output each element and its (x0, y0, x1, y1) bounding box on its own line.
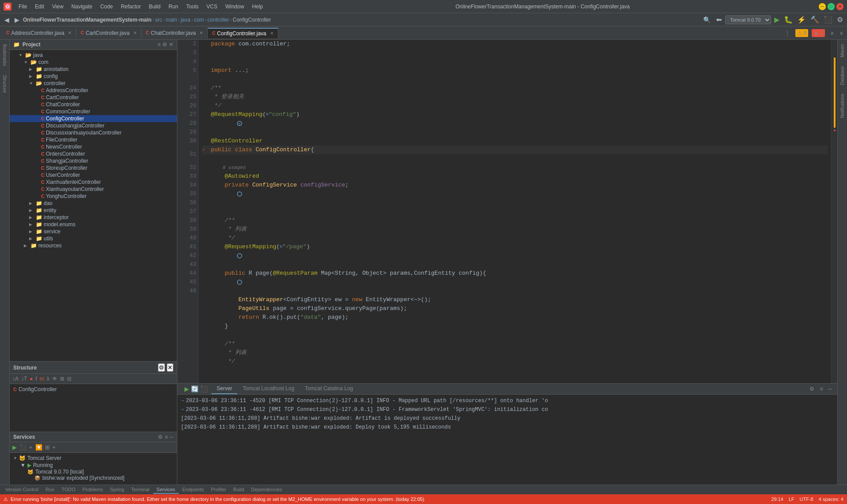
tree-shangja-controller[interactable]: C ShangjaController (10, 157, 177, 164)
menu-run[interactable]: Run (165, 3, 182, 11)
tree-common-controller[interactable]: C CommonController (10, 108, 177, 115)
settings-button[interactable]: ⚙ (836, 15, 844, 25)
status-lf[interactable]: LF (789, 497, 795, 502)
bottom-bar-tab-problems[interactable]: Problems (79, 486, 106, 494)
menu-bar[interactable]: File Edit View Navigate Code Refactor Bu… (15, 3, 266, 11)
bishe-war-item[interactable]: 📦 bishe:war exploded [Synchronized] (11, 475, 175, 481)
tree-controller[interactable]: ▼ 📂 controller (10, 80, 177, 87)
tree-address-controller[interactable]: C AddressController (10, 87, 177, 94)
bottom-bar-tab-version-control[interactable]: Version Control (2, 486, 42, 494)
maximize-button[interactable]: □ (828, 3, 835, 10)
sort-by-name-button[interactable]: ↕A (11, 375, 19, 383)
show-anonymous-button[interactable]: λ (46, 375, 50, 383)
tree-dao[interactable]: ▶ 📁 dao (10, 200, 177, 207)
search-everywhere-button[interactable]: 🔍 (701, 15, 712, 24)
notifications-sidebar-item[interactable]: Notifications (839, 91, 846, 120)
project-close[interactable]: ✕ (169, 41, 173, 48)
structure-close[interactable]: ✕ (167, 363, 173, 372)
tab-close-cart[interactable]: ✕ (133, 30, 137, 35)
editor-settings-icon[interactable]: ⋮ (783, 29, 792, 37)
services-more-btn[interactable]: + (52, 443, 57, 452)
services-settings-icon[interactable]: ≡ (165, 434, 168, 440)
forward-button[interactable]: ▶ (13, 15, 21, 24)
project-collapse-all[interactable]: ≡ (157, 41, 161, 48)
bookmarks-sidebar-item[interactable]: Bookmarks (1, 41, 8, 69)
tree-java[interactable]: ▼ 📂 java (10, 52, 177, 59)
menu-view[interactable]: View (49, 3, 67, 11)
back-nav-button[interactable]: ⬅ (714, 15, 723, 25)
bottom-settings-icon[interactable]: ⚙ (808, 385, 816, 393)
services-stop-btn[interactable]: ⬛ (19, 443, 27, 452)
services-gear-icon[interactable]: ⚙ (158, 434, 163, 440)
breadcrumb-file[interactable]: ConfigController (232, 17, 271, 23)
database-sidebar-item[interactable]: Database (839, 63, 846, 88)
notifications-down-icon[interactable]: ∨ (838, 29, 845, 37)
bottom-tab-server[interactable]: Server (211, 384, 237, 394)
tree-config-controller[interactable]: C ConfigController (10, 115, 177, 122)
bottom-redeploy-button[interactable]: 🔄 (191, 385, 199, 392)
window-controls[interactable]: ─ □ ✕ (819, 3, 843, 10)
tomcat-version-item[interactable]: 🐱 Tomcat 9.0.70 [local] (11, 469, 175, 475)
bottom-bar-tab-todo[interactable]: TODO (58, 486, 79, 494)
status-line-col[interactable]: 29:14 (771, 497, 783, 502)
sort-by-type-button[interactable]: ↕T (20, 375, 28, 383)
menu-refactor[interactable]: Refactor (117, 3, 144, 11)
bottom-bar-tab-terminal[interactable]: Terminal (127, 486, 153, 494)
bottom-bar-tab-endpoints[interactable]: Endpoints (179, 486, 207, 494)
tab-close-address[interactable]: ✕ (68, 30, 71, 35)
bottom-stop-button[interactable]: ⬛ (200, 385, 208, 392)
breadcrumb-controller[interactable]: controller (207, 17, 229, 23)
bottom-bar-tab-profiler[interactable]: Profiler (207, 486, 230, 494)
tree-resources[interactable]: ▶ 📁 resources (10, 242, 177, 249)
status-encoding[interactable]: UTF-8 (800, 497, 813, 502)
services-add-btn[interactable]: + (28, 443, 34, 452)
tree-entity[interactable]: ▶ 📁 entity (10, 207, 177, 214)
bottom-run-button[interactable]: ▶ (184, 385, 189, 392)
maven-sidebar-item[interactable]: Maven (839, 41, 846, 60)
breadcrumb-com[interactable]: com (194, 17, 204, 23)
tree-news-controller[interactable]: C NewsController (10, 143, 177, 150)
build-button[interactable]: 🔨 (809, 15, 821, 25)
show-fields-button[interactable]: f (35, 375, 38, 383)
tree-discuss-xianhua[interactable]: C DiscussxianhuayoulanController (10, 129, 177, 136)
menu-help[interactable]: Help (248, 3, 266, 11)
tree-user-controller[interactable]: C UserController (10, 172, 177, 179)
breadcrumb-main[interactable]: main (165, 17, 177, 23)
tab-chat-controller[interactable]: C ChatController.java ✕ (142, 28, 208, 38)
services-filter-btn[interactable]: 🔽 (34, 443, 43, 452)
project-settings[interactable]: ⚙ (162, 41, 167, 48)
breadcrumb-project[interactable]: OnlineFlowerTransactionManagementSystem-… (23, 17, 151, 23)
services-run-btn[interactable]: ▶ (11, 443, 18, 452)
menu-code[interactable]: Code (97, 3, 116, 11)
tab-close-config[interactable]: ✕ (270, 31, 274, 36)
menu-edit[interactable]: Edit (31, 3, 48, 11)
breadcrumb-src[interactable]: src (155, 17, 162, 23)
tab-address-controller[interactable]: C AddressController.java ✕ (2, 28, 76, 38)
run-button[interactable]: ▶ (773, 15, 781, 25)
show-inherited-button[interactable]: ● (29, 375, 34, 383)
bottom-config-icon[interactable]: ≡ (818, 385, 825, 393)
tree-xianhua-fenlei[interactable]: C XianhuafenleiController (10, 179, 177, 186)
menu-file[interactable]: File (15, 3, 30, 11)
tree-file-controller[interactable]: C FileController (10, 136, 177, 143)
tree-cart-controller[interactable]: C CartController (10, 94, 177, 101)
breadcrumb-java[interactable]: java (180, 17, 190, 23)
stop-button[interactable]: ⬛ (822, 15, 834, 25)
menu-tools[interactable]: Tools (183, 3, 202, 11)
minimize-button[interactable]: ─ (819, 3, 826, 10)
bottom-minimize-icon[interactable]: ─ (826, 385, 834, 393)
menu-vcs[interactable]: VCS (203, 3, 221, 11)
tree-model-enums[interactable]: ▶ 📁 model.enums (10, 221, 177, 228)
tree-chat-controller[interactable]: C ChatController (10, 101, 177, 108)
bottom-bar-tab-run[interactable]: Run (42, 486, 58, 494)
structure-settings[interactable]: ⚙ (158, 363, 165, 372)
bottom-bar-tab-build[interactable]: Build (230, 486, 247, 494)
tree-interceptor[interactable]: ▶ 📁 interceptor (10, 214, 177, 221)
tab-cart-controller[interactable]: C CartController.java ✕ (76, 28, 142, 38)
expand-all-button[interactable]: ⊞ (59, 375, 65, 383)
tomcat-running-item[interactable]: ▼ ▶ Running (11, 462, 175, 469)
menu-build[interactable]: Build (145, 3, 164, 11)
services-group-btn[interactable]: ⊞ (44, 443, 51, 452)
close-button[interactable]: ✕ (836, 3, 843, 10)
structure-class-item[interactable]: C ConfigController (11, 386, 175, 393)
